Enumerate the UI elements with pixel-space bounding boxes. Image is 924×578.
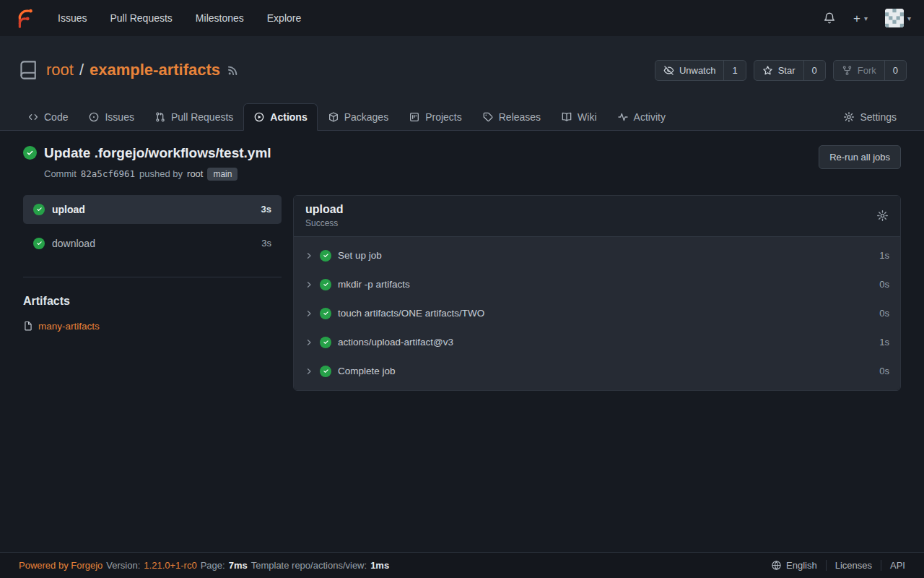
book-icon [561,111,572,123]
fork-count[interactable]: 0 [884,61,906,80]
notifications-bell-icon[interactable] [823,12,836,25]
step-success-icon [320,250,331,262]
fork-label: Fork [858,65,876,76]
tag-icon [482,111,494,123]
step-row[interactable]: actions/upload-artifact@v3 1s [294,328,900,357]
repo-name-link[interactable]: example-artifacts [90,61,220,79]
version-link[interactable]: 1.21.0+1-rc0 [144,560,196,571]
nav-pull-requests[interactable]: Pull Requests [98,7,183,30]
artifact-download-link[interactable]: many-artifacts [38,321,100,332]
template-time-value: 1ms [370,560,389,571]
tab-activity[interactable]: Activity [607,103,676,131]
job-options-gear-icon[interactable] [876,210,889,222]
unwatch-button[interactable]: Unwatch 1 [655,60,746,81]
powered-by-link[interactable]: Powered by Forgejo [19,560,103,571]
eye-off-icon [663,65,674,76]
tab-label: Projects [425,111,462,123]
job-item-download[interactable]: download 3s [23,229,282,258]
chevron-right-icon[interactable] [305,338,313,347]
star-count[interactable]: 0 [803,61,825,80]
unwatch-label: Unwatch [679,65,716,76]
step-duration: 0s [879,279,889,290]
footer-right: English Licenses API [762,560,905,571]
job-name: upload [52,204,85,215]
play-circle-icon [253,111,265,123]
commit-line: Commit 82a5cf6961 pushed by root main [44,168,271,181]
repo-title: root / example-artifacts [46,61,220,79]
run-success-icon [23,146,37,160]
language-label: English [786,560,817,571]
watch-count[interactable]: 1 [723,61,745,80]
tab-label: Releases [499,111,541,123]
file-icon [23,321,33,331]
user-menu[interactable]: ▾ [885,9,911,27]
star-icon [762,65,773,76]
star-label: Star [778,65,796,76]
sidebar-divider [23,277,282,277]
plus-icon: + [853,12,860,25]
tab-issues[interactable]: Issues [78,103,144,131]
tab-label: Issues [105,111,134,123]
step-name: touch artifacts/ONE artifacts/TWO [338,308,484,319]
nav-explore[interactable]: Explore [256,7,313,30]
template-time-label: Template repo/actions/view: [251,560,367,571]
tab-label: Settings [860,111,897,123]
nav-issues[interactable]: Issues [46,7,98,30]
api-link[interactable]: API [881,560,905,571]
tab-pull-requests[interactable]: Pull Requests [144,103,243,131]
top-navbar: Issues Pull Requests Milestones Explore … [0,0,924,36]
job-success-icon [33,204,45,215]
tab-settings[interactable]: Settings [833,103,907,131]
tab-actions[interactable]: Actions [243,103,317,131]
licenses-link[interactable]: Licenses [826,560,881,571]
project-board-icon [409,111,420,123]
pusher-link[interactable]: root [187,168,203,179]
step-name: mkdir -p artifacts [338,279,410,290]
artifact-item[interactable]: many-artifacts [23,321,282,332]
step-row[interactable]: mkdir -p artifacts 0s [294,270,900,299]
chevron-right-icon[interactable] [305,251,313,260]
page-time-label: Page: [201,560,225,571]
nav-milestones[interactable]: Milestones [184,7,256,30]
gear-icon [843,111,855,123]
tab-packages[interactable]: Packages [318,103,398,131]
tab-projects[interactable]: Projects [398,103,472,131]
job-detail-name: upload [305,203,343,216]
repo-owner-link[interactable]: root [46,61,74,79]
package-icon [328,111,339,123]
commit-sha-link[interactable]: 82a5cf6961 [81,168,135,179]
branch-badge[interactable]: main [207,168,237,181]
forgejo-logo-icon[interactable] [13,7,35,29]
star-button[interactable]: Star 0 [754,60,826,81]
actions-run-view: Update .forgejo/workflows/test.yml Commi… [0,131,924,553]
tab-code[interactable]: Code [17,103,78,131]
chevron-right-icon[interactable] [305,367,313,376]
job-item-upload[interactable]: upload 3s [23,195,282,224]
fork-icon [842,65,853,76]
commit-label: Commit [44,168,77,179]
rss-icon[interactable] [227,65,238,76]
rerun-all-jobs-button[interactable]: Re-run all jobs [819,145,901,169]
tab-label: Code [44,111,68,123]
page-footer: Powered by Forgejo Version: 1.21.0+1-rc0… [0,552,924,578]
tab-wiki[interactable]: Wiki [551,103,606,131]
issue-icon [88,111,100,123]
step-row[interactable]: Set up job 1s [294,241,900,270]
fork-button[interactable]: Fork 0 [833,60,907,81]
repo-header: root / example-artifacts Unwatch 1 [0,36,924,131]
tab-releases[interactable]: Releases [472,103,551,131]
step-name: actions/upload-artifact@v3 [338,337,453,348]
globe-icon [771,560,782,571]
chevron-right-icon[interactable] [305,309,313,318]
repo-action-buttons: Unwatch 1 Star 0 [655,60,907,81]
step-name: Complete job [338,366,396,376]
step-duration: 1s [879,250,889,261]
chevron-right-icon[interactable] [305,280,313,289]
create-new-menu[interactable]: + ▾ [853,12,868,25]
step-row[interactable]: touch artifacts/ONE artifacts/TWO 0s [294,299,900,328]
step-row[interactable]: Complete job 0s [294,357,900,386]
job-duration: 3s [261,204,271,215]
step-duration: 0s [879,308,889,319]
jobs-sidebar: upload 3s download 3s Artifacts many-art… [23,195,282,332]
language-selector[interactable]: English [762,560,826,571]
